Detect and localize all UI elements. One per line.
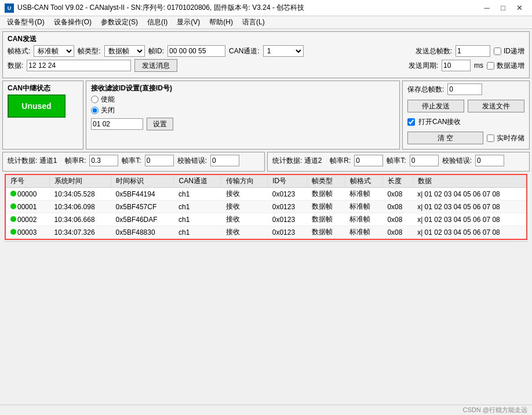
data-increment-label: 数据递增 (497, 61, 524, 71)
can-send-row2: 数据: 发送消息 发送周期: ms 数据递增 (8, 59, 524, 72)
data-label: 数据: (8, 61, 23, 71)
data-increment-checkbox-group: 数据递增 (487, 61, 524, 71)
table-body: 0000010:34:05.5280x5BF44194ch1接收0x0123数据… (6, 188, 526, 239)
send-file-button[interactable]: 发送文件 (468, 100, 524, 112)
cell-idNum: 0x0123 (268, 226, 307, 239)
stats-ch1-rr-label: 帧率R: (65, 156, 86, 166)
filter-enable-item: 使能 (91, 94, 395, 104)
table-row[interactable]: 0000110:34:06.0980x5BF457CFch1接收0x0123数据… (6, 201, 526, 213)
realtime-save-checkbox[interactable] (487, 134, 494, 142)
filter-enable-label: 使能 (101, 94, 115, 104)
period-label: 发送周期: (409, 61, 438, 71)
filter-box: 接收滤波ID设置(直接ID号) 使能 关闭 设置 (86, 81, 400, 150)
filter-disable-item: 关闭 (91, 105, 395, 115)
period-input[interactable] (442, 60, 471, 71)
stats-ch2-rr-input (354, 155, 383, 166)
unused-button[interactable]: Unused (8, 94, 65, 118)
data-input[interactable] (27, 60, 131, 71)
open-can-label: 打开CAN接收 (418, 117, 461, 127)
stats-channel1-box: 统计数据: 通道1 帧率R: 帧率T: 校验错误: (2, 152, 265, 172)
close-button[interactable]: ✕ (511, 2, 527, 14)
table-row[interactable]: 0000310:34:07.3260x5BF48830ch1接收0x0123数据… (6, 226, 526, 239)
cell-sysTime: 10:34:06.098 (50, 201, 111, 213)
cell-frameType: 数据帧 (307, 226, 345, 239)
title-bar-left: U USB-CAN Tool V9.02 - CANalyst-II - SN:… (5, 3, 304, 13)
filter-radio-group: 使能 关闭 (91, 94, 395, 115)
menu-help[interactable]: 帮助(H) (205, 17, 238, 28)
send-msg-button[interactable]: 发送消息 (134, 59, 177, 72)
frame-type-select[interactable]: 数据帧 远程帧 (104, 45, 145, 57)
data-table-container: 序号 系统时间 时间标识 CAN通道 传输方向 ID号 帧类型 帧格式 长度 数… (5, 174, 527, 240)
filter-set-button[interactable]: 设置 (147, 118, 173, 130)
cell-frameFormat: 标准帧 (345, 188, 382, 201)
frame-id-input[interactable] (167, 45, 225, 57)
menu-info[interactable]: 信息(I) (143, 17, 172, 28)
can-relay-box: CAN中继状态 Unused (2, 81, 83, 150)
open-can-row: 打开CAN接收 (407, 117, 524, 127)
stats-section: 统计数据: 通道1 帧率R: 帧率T: 校验错误: 统计数据: 通道2 帧率R:… (2, 152, 530, 172)
menu-device-op[interactable]: 设备操作(O) (49, 17, 96, 28)
id-increment-label: ID递增 (504, 46, 524, 56)
cell-idNum: 0x0123 (268, 188, 307, 201)
maximize-button[interactable]: □ (495, 2, 511, 14)
cell-direction: 接收 (221, 188, 268, 201)
cell-frameType: 数据帧 (307, 213, 345, 226)
col-time-id: 时间标识 (111, 175, 174, 188)
row-indicator (10, 203, 16, 209)
stats-channel2-box: 统计数据: 通道2 帧率R: 帧率T: 校验错误: (267, 152, 530, 172)
save-frames-input[interactable] (447, 83, 482, 95)
col-length: 长度 (382, 175, 413, 188)
cell-timeId: 0x5BF44194 (111, 188, 174, 201)
filter-disable-label: 关闭 (101, 105, 115, 115)
menu-language[interactable]: 语言(L) (238, 17, 269, 28)
id-increment-checkbox[interactable] (494, 48, 501, 55)
table-row[interactable]: 0000010:34:05.5280x5BF44194ch1接收0x0123数据… (6, 188, 526, 201)
frame-type-label: 帧类型: (78, 46, 100, 56)
stats-ch2-row: 统计数据: 通道2 帧率R: 帧率T: 校验错误: (272, 155, 524, 166)
horizontal-scrollbar[interactable] (5, 241, 527, 249)
row-indicator (10, 229, 16, 235)
stats-ch1-rr-input (89, 155, 118, 166)
data-increment-checkbox[interactable] (487, 62, 494, 70)
cell-seq: 00000 (6, 188, 50, 201)
total-frames-label: 发送总帧数: (416, 46, 452, 56)
can-channel-select[interactable]: 1 2 (263, 45, 304, 57)
col-channel: CAN通道 (174, 175, 221, 188)
stop-send-button[interactable]: 停止发送 (407, 100, 464, 112)
open-can-checkbox[interactable] (407, 118, 415, 126)
cell-direction: 接收 (221, 201, 268, 213)
menu-params[interactable]: 参数设定(S) (96, 17, 143, 28)
cell-seq: 00001 (6, 201, 50, 213)
cell-seq: 00002 (6, 213, 50, 226)
cell-length: 0x08 (382, 226, 413, 239)
menu-display[interactable]: 显示(V) (172, 17, 205, 28)
total-frames-input[interactable] (456, 45, 490, 57)
cell-idNum: 0x0123 (268, 201, 307, 213)
save-frames-label: 保存总帧数: (407, 85, 444, 94)
col-seq: 序号 (6, 175, 50, 188)
clear-button[interactable]: 清 空 (407, 132, 483, 144)
filter-enable-radio[interactable] (91, 96, 99, 103)
id-increment-checkbox-group: ID递增 (494, 46, 524, 56)
stats-ch1-rt-label: 帧率T: (122, 156, 141, 166)
table-row[interactable]: 0000210:34:06.6680x5BF46DAFch1接收0x0123数据… (6, 213, 526, 226)
filter-id-input[interactable] (91, 118, 143, 130)
menu-device-type[interactable]: 设备型号(D) (2, 17, 49, 28)
cell-channel: ch1 (174, 188, 221, 201)
window-controls: ─ □ ✕ (479, 2, 527, 14)
cell-frameFormat: 标准帧 (345, 226, 382, 239)
cell-seq: 00003 (6, 226, 50, 239)
bottom-bar: CSDN @行稳方能走远 (0, 405, 532, 415)
cell-frameType: 数据帧 (307, 201, 345, 213)
can-channel-label: CAN通道: (229, 46, 260, 56)
cell-timeId: 0x5BF48830 (111, 226, 174, 239)
filter-disable-radio[interactable] (91, 107, 99, 114)
minimize-button[interactable]: ─ (479, 2, 495, 14)
cell-idNum: 0x0123 (268, 213, 307, 226)
stats-ch2-rt-input (410, 155, 439, 166)
window-title: USB-CAN Tool V9.02 - CANalyst-II - SN:序列… (17, 3, 304, 13)
cell-frameFormat: 标准帧 (345, 201, 382, 213)
can-send-title: CAN发送 (8, 34, 524, 44)
col-frame-format: 帧格式 (345, 175, 382, 188)
frame-format-select[interactable]: 标准帧 扩展帧 (34, 45, 74, 57)
